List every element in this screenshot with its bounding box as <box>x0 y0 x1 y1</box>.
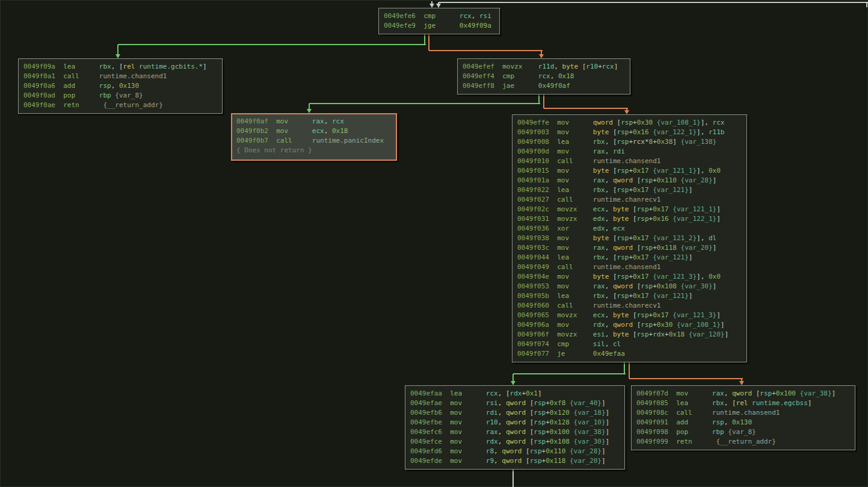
instruction-line[interactable]: 0049f085learbx, [rel runtime.egcbss] <box>636 399 850 408</box>
block-panic-index[interactable]: 0049f0afmovrax, rcx0049f0b2movecx, 0x180… <box>231 113 397 161</box>
block-entry[interactable]: 0049efe6cmprcx, rsi0049efe9jge0x49f09a <box>378 8 500 34</box>
instruction-line[interactable]: 0049eff8jae0x49f0af <box>463 81 625 91</box>
instruction-address: 0049f07d <box>636 389 676 399</box>
operand-token: rsp <box>617 292 629 300</box>
instruction-line[interactable]: 0049f07dmovrax, qword [rsp+0x100 {var_38… <box>636 389 850 399</box>
instruction-line[interactable]: 0049efaalearcx, [rdx+0x1] <box>410 389 620 399</box>
instruction-line[interactable]: 0049efe6cmprcx, rsi <box>384 11 494 21</box>
operand-token: ] <box>697 273 701 281</box>
instruction-line[interactable]: 0049f044learbx, [rsp+0x17 {var_121}] <box>517 253 742 262</box>
instruction-line[interactable]: 0049efcemovrdx, qword [rsp+0x108 {var_30… <box>410 437 620 447</box>
instruction-line[interactable]: 0049efbemovr10, qword [rsp+0x128 {var_10… <box>410 418 620 427</box>
block-loop-body[interactable]: 0049effemovqword [rsp+0x30 {var_108_1}],… <box>512 114 747 362</box>
instruction-line[interactable]: 0049f015movbyte [rsp+0x17 {var_121_1}], … <box>517 166 742 176</box>
instruction-line[interactable]: 0049efdemovr9, qword [rsp+0x118 {var_20}… <box>410 456 620 466</box>
operand-token: [ <box>613 292 617 300</box>
instruction-line[interactable]: 0049efe9jge0x49f09a <box>384 21 494 31</box>
instruction-line[interactable]: 0049eff4cmprcx, 0x18 <box>463 72 625 81</box>
operand-token: , <box>554 63 558 70</box>
instruction-line[interactable]: 0049f06amovrdx, qword [rsp+0x30 {var_108… <box>517 320 742 330</box>
instruction-mnemonic: call <box>676 408 712 418</box>
operand-token: sil <box>593 340 605 348</box>
instruction-line[interactable]: 0049f077je0x49efaa <box>517 349 742 359</box>
instruction-line[interactable]: 0049f060callruntime.chanrecv1 <box>517 301 742 311</box>
instruction-line[interactable]: 0049f06fmovzxesi, byte [rsp+rdx+0x18 {va… <box>517 330 742 340</box>
instruction-line[interactable]: 0049f0a6addrsp, 0x130 <box>23 81 217 91</box>
operand-token: 0x17 <box>633 234 649 242</box>
instruction-line[interactable]: 0049f038movbyte [rsp+0x17 {var_121_2}], … <box>517 234 742 243</box>
operand-token <box>796 389 800 397</box>
instruction-line[interactable]: 0049f05blearbx, [rsp+0x17 {var_121}] <box>517 291 742 301</box>
operand-token <box>502 389 506 397</box>
block-loop-reload[interactable]: 0049efaalearcx, [rdx+0x1]0049efaemovrsi,… <box>405 385 625 470</box>
operand-token: 0x108 <box>657 282 677 290</box>
instruction-line[interactable]: 0049f0adpoprbp {var_8} <box>23 91 217 101</box>
operand-token: cl <box>613 340 621 348</box>
block-return-right[interactable]: 0049f07dmovrax, qword [rsp+0x100 {var_38… <box>631 385 855 450</box>
instruction-address: 0049f044 <box>517 253 557 262</box>
instruction-operands: edx, byte [rsp+0x16 {var_122_1}] <box>593 215 721 223</box>
graph-canvas[interactable]: 0049efe6cmprcx, rsi0049efe9jge0x49f09a00… <box>0 0 868 487</box>
operand-token <box>565 399 570 407</box>
instruction-line[interactable]: 0049f049callruntime.chansend1 <box>517 262 742 272</box>
instruction-address: 0049f036 <box>517 224 557 234</box>
instruction-line[interactable]: 0049f065movzxecx, byte [rsp+0x17 {var_12… <box>517 311 742 320</box>
instruction-line[interactable]: 0049f0b7callruntime.panicIndex <box>236 136 392 146</box>
instruction-line[interactable]: 0049f0b2movecx, 0x18 <box>236 126 392 136</box>
instruction-line[interactable]: 0049f010callruntime.chansend1 <box>517 157 742 166</box>
instruction-line[interactable]: 0049efd6movr8, qword [rsp+0x110 {var_28}… <box>410 447 620 456</box>
instruction-line[interactable]: 0049f00dmovrax, rdi <box>517 147 742 157</box>
operand-token: {var_30} <box>681 282 713 290</box>
instruction-line[interactable]: 0049f0aeretn {__return_addr} <box>23 101 217 110</box>
operand-token: {var_122_1} <box>653 128 697 136</box>
instruction-line[interactable]: 0049f0a1callruntime.chansend1 <box>23 72 217 81</box>
operand-token: byte <box>593 234 609 242</box>
instruction-mnemonic: jge <box>423 21 460 31</box>
instruction-line[interactable]: 0049f003movbyte [rsp+0x16 {var_122_1}], … <box>517 128 742 137</box>
instruction-line[interactable]: 0049f04emovbyte [rsp+0x17 {var_121_3}], … <box>517 272 742 282</box>
operand-token: + <box>653 138 657 146</box>
instruction-line[interactable]: 0049f0afmovrax, rcx <box>236 117 392 126</box>
instruction-line[interactable]: 0049f008learbx, [rsp+rcx*8+0x38] {var_13… <box>517 137 742 147</box>
operand-token: rbx <box>593 138 605 146</box>
instruction-line[interactable]: 0049efaemovrsi, qword [rsp+0xf8 {var_40}… <box>410 399 620 408</box>
instruction-line[interactable]: 0049f031movzxedx, byte [rsp+0x16 {var_12… <box>517 214 742 224</box>
instruction-mnemonic: mov <box>557 166 593 176</box>
instruction-operands: runtime.chansend1 <box>593 263 661 271</box>
instruction-line[interactable]: 0049effemovqword [rsp+0x30 {var_108_1}],… <box>517 118 742 128</box>
instruction-line[interactable]: 0049f022learbx, [rsp+0x17 {var_121}] <box>517 185 742 195</box>
instruction-line[interactable]: 0049efc6movrax, qword [rsp+0x100 {var_38… <box>410 427 620 437</box>
instruction-line[interactable]: 0049f036xoredx, ecx <box>517 224 742 234</box>
instruction-line[interactable]: 0049f053movrax, qword [rsp+0x108 {var_30… <box>517 282 742 291</box>
instruction-line[interactable]: 0049f02cmovzxecx, byte [rsp+0x17 {var_12… <box>517 205 742 214</box>
instruction-line[interactable]: 0049f091addrsp, 0x130 <box>636 418 850 427</box>
block-return-left[interactable]: 0049f09alearbx, [rel runtime.gcbits.*]00… <box>18 58 223 114</box>
operand-token: edx <box>593 215 605 223</box>
instruction-mnemonic: call <box>63 72 99 81</box>
operand-token: rcx <box>486 389 498 397</box>
operand-token: qword <box>506 438 526 445</box>
instruction-line[interactable]: 0049f03cmovrax, qword [rsp+0x118 {var_20… <box>517 243 742 253</box>
instruction-line[interactable]: 0049f099retn {__return_addr} <box>636 437 850 447</box>
edge-body-false-to-return <box>629 378 743 379</box>
operand-token: rax <box>593 244 605 252</box>
instruction-mnemonic: call <box>557 195 593 205</box>
edge-loopback-top <box>439 2 868 3</box>
instruction-mnemonic: movzx <box>557 205 593 214</box>
instruction-mnemonic: pop <box>676 427 712 437</box>
operand-token: rcx <box>460 12 472 20</box>
instruction-line[interactable]: 0049f098poprbp {var_8} <box>636 427 850 437</box>
instruction-line[interactable]: 0049f08ccallruntime.chansend1 <box>636 408 850 418</box>
operand-token: + <box>598 63 602 70</box>
operand-token <box>609 205 613 213</box>
instruction-address: 0049f0b2 <box>236 126 276 136</box>
block-bounds-check[interactable]: 0049efefmovzxr11d, byte [r10+rcx]0049eff… <box>457 58 630 95</box>
operand-token <box>653 119 657 126</box>
operand-token: {var_138} <box>681 138 717 146</box>
instruction-line[interactable]: 0049f027callruntime.chanrecv1 <box>517 195 742 205</box>
instruction-line[interactable]: 0049efb6movrdi, qword [rsp+0x120 {var_18… <box>410 408 620 418</box>
instruction-line[interactable]: 0049f01amovrax, qword [rsp+0x110 {var_28… <box>517 176 742 185</box>
instruction-line[interactable]: 0049f074cmpsil, cl <box>517 340 742 349</box>
instruction-line[interactable]: 0049efefmovzxr11d, byte [r10+rcx] <box>463 62 625 72</box>
instruction-line[interactable]: 0049f09alearbx, [rel runtime.gcbits.*] <box>23 62 217 72</box>
